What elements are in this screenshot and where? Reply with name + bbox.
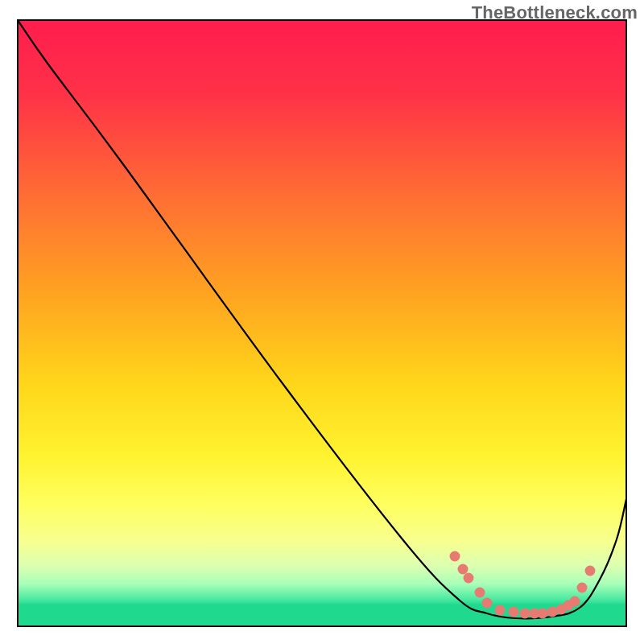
marker-point [585,566,596,576]
chart-stage: TheBottleneck.com [0,0,644,644]
marker-point [547,607,558,617]
marker-point [538,609,548,619]
marker-point [520,609,530,619]
marker-point [577,583,588,593]
marker-point [570,597,580,607]
marker-point [450,551,460,562]
marker-point [509,607,519,617]
marker-point [458,564,469,575]
gradient-background [18,20,626,626]
marker-point [464,573,474,584]
bottleneck-chart [0,0,644,644]
marker-point [475,588,485,598]
watermark-text: TheBottleneck.com [472,2,638,23]
marker-point [482,598,493,609]
marker-point [495,605,506,616]
